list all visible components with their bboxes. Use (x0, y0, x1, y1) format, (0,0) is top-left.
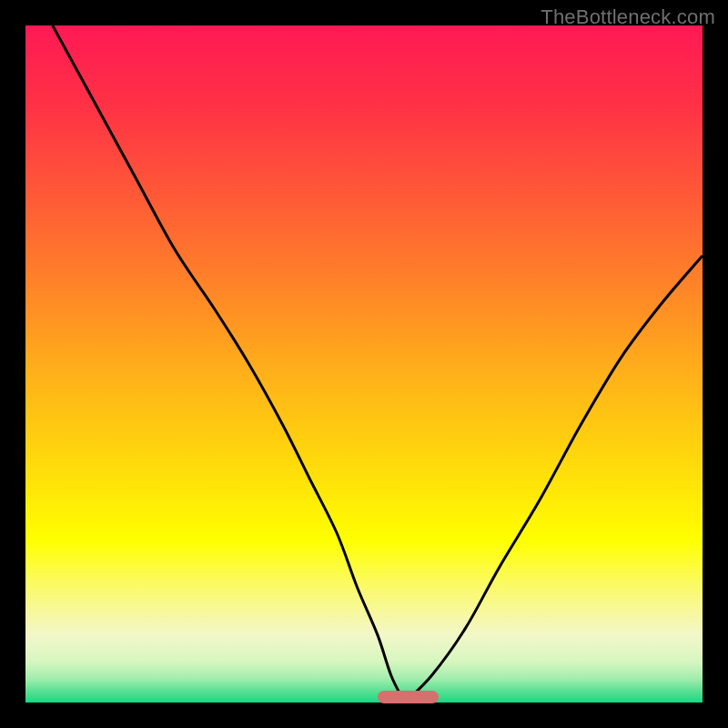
bottleneck-marker (378, 691, 439, 703)
figure-container: TheBottleneck.com (0, 0, 728, 728)
chart-svg (25, 25, 703, 703)
plot-area (25, 25, 703, 703)
